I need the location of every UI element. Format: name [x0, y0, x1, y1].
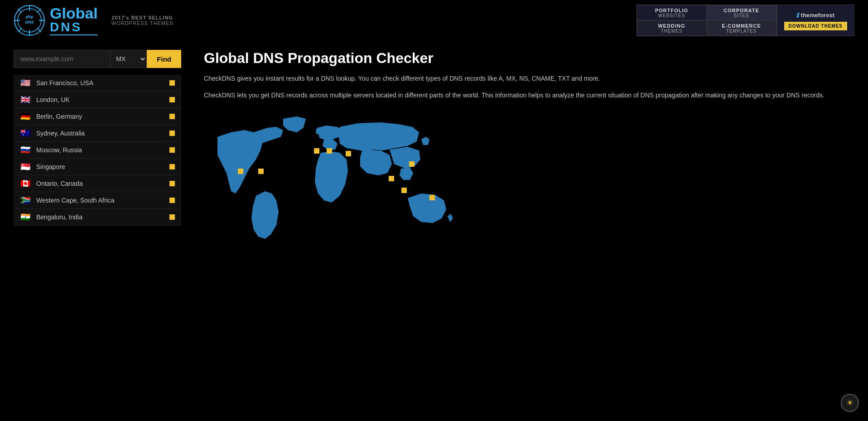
flag-icon: 🇦🇺: [20, 130, 31, 137]
location-item[interactable]: 🇬🇧 London, UK: [14, 92, 181, 108]
flag-icon: 🇺🇸: [20, 79, 31, 87]
status-dot: [169, 164, 175, 169]
status-dot: [169, 131, 175, 136]
status-dot: [169, 97, 175, 102]
location-name: Ontario, Canada: [36, 180, 169, 187]
location-name: San Francisco, USA: [36, 79, 169, 87]
ad-banner: PORTFOLIO WEBSITES CORPORATE SITES WEDDI…: [637, 5, 854, 36]
download-themes-button[interactable]: DOWNLOAD THEMES: [784, 22, 847, 30]
status-dot: [169, 80, 175, 86]
location-item[interactable]: 🇿🇦 Western Cape, South Africa: [14, 192, 181, 209]
location-item[interactable]: 🇦🇺 Sydney, Australia: [14, 125, 181, 142]
map-marker: [409, 161, 415, 167]
map-marker: [327, 148, 332, 154]
map-marker: [238, 169, 243, 174]
logo[interactable]: php DNS Global DNS: [14, 5, 98, 36]
logo-icon: php DNS: [14, 5, 45, 36]
main-content: A MX NS CNAME TXT AAAA SOA Find 🇺🇸 San F…: [0, 41, 868, 266]
ad-corporate[interactable]: CORPORATE SITES: [707, 5, 776, 20]
header: php DNS Global DNS 2017's BEST SELLING W…: [0, 0, 868, 41]
map-marker: [346, 151, 351, 156]
location-list: 🇺🇸 San Francisco, USA 🇬🇧 London, UK 🇩🇪 B…: [14, 75, 181, 226]
ad-portfolio[interactable]: PORTFOLIO WEBSITES: [637, 5, 707, 20]
location-item[interactable]: 🇷🇺 Moscow, Russia: [14, 142, 181, 159]
tagline: 2017's BEST SELLING WORDPRESS THEMES: [111, 15, 174, 26]
status-dot: [169, 147, 175, 153]
corner-button[interactable]: ☀: [841, 394, 859, 412]
location-item[interactable]: 🇩🇪 Berlin, Germany: [14, 108, 181, 125]
themeforest-button[interactable]: 𝒕 themeforest DOWNLOAD THEMES: [777, 5, 854, 36]
ad-wedding[interactable]: WEDDING THEMES: [637, 20, 707, 36]
themeforest-logo: 𝒕 themeforest: [797, 10, 834, 20]
right-panel: Global DNS Propagation Checker CheckDNS …: [195, 50, 854, 256]
flag-icon: 🇮🇳: [20, 213, 31, 221]
map-marker: [401, 188, 407, 193]
location-name: Western Cape, South Africa: [36, 197, 169, 204]
flag-icon: 🇷🇺: [20, 146, 31, 154]
location-name: London, UK: [36, 96, 169, 103]
location-name: Singapore: [36, 163, 169, 170]
page-title: Global DNS Propagation Checker: [204, 50, 854, 67]
svg-text:php: php: [26, 15, 34, 19]
logo-text: Global DNS: [50, 5, 98, 35]
logo-dns: DNS: [50, 21, 98, 34]
map-marker: [314, 148, 319, 154]
location-name: Moscow, Russia: [36, 146, 169, 154]
ad-grid: PORTFOLIO WEBSITES CORPORATE SITES WEDDI…: [637, 5, 777, 36]
desc-paragraph-2: CheckDNS lets you get DNS records across…: [204, 90, 854, 100]
status-dot: [169, 181, 175, 186]
corner-icon: ☀: [846, 398, 854, 408]
flag-icon: 🇩🇪: [20, 113, 31, 120]
themeforest-icon: 𝒕: [797, 10, 799, 20]
location-name: Berlin, Germany: [36, 113, 169, 120]
location-item[interactable]: 🇮🇳 Bengaluru, India: [14, 209, 181, 226]
flag-icon: 🇬🇧: [20, 96, 31, 103]
location-item[interactable]: 🇸🇬 Singapore: [14, 159, 181, 175]
status-dot: [169, 114, 175, 119]
flag-icon: 🇨🇦: [20, 180, 31, 187]
svg-text:DNS: DNS: [25, 20, 34, 24]
location-name: Sydney, Australia: [36, 130, 169, 137]
search-row: A MX NS CNAME TXT AAAA SOA Find: [14, 50, 181, 68]
location-item[interactable]: 🇨🇦 Ontario, Canada: [14, 175, 181, 192]
left-panel: A MX NS CNAME TXT AAAA SOA Find 🇺🇸 San F…: [14, 50, 181, 226]
ad-ecommerce[interactable]: E-COMMERCE TEMPLATES: [707, 20, 776, 36]
search-input[interactable]: [14, 50, 111, 68]
logo-global: Global: [50, 5, 98, 21]
status-dot: [169, 214, 175, 220]
dns-type-select[interactable]: A MX NS CNAME TXT AAAA SOA: [111, 50, 147, 68]
map-marker: [389, 176, 394, 181]
desc-paragraph-1: CheckDNS gives you instant results for a…: [204, 73, 854, 83]
description: CheckDNS gives you instant results for a…: [204, 73, 854, 101]
location-name: Bengaluru, India: [36, 213, 169, 221]
status-dot: [169, 198, 175, 203]
flag-icon: 🇸🇬: [20, 163, 31, 170]
map-marker: [258, 169, 264, 174]
find-button[interactable]: Find: [147, 50, 181, 68]
world-map-container: [204, 110, 458, 256]
flag-icon: 🇿🇦: [20, 197, 31, 204]
location-item[interactable]: 🇺🇸 San Francisco, USA: [14, 75, 181, 92]
map-marker: [429, 195, 435, 200]
